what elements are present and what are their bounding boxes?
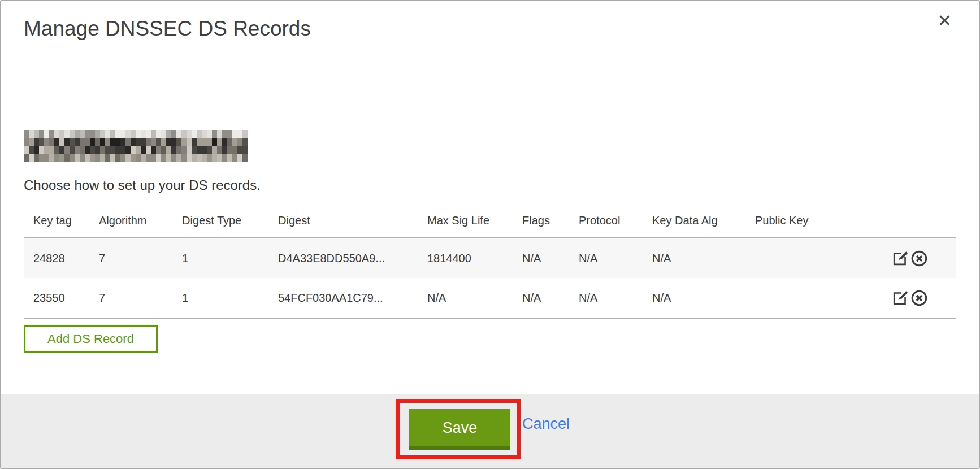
cell-digest: 54FCF030AA1C79... bbox=[278, 292, 427, 305]
cell-max-sig-life: 1814400 bbox=[427, 252, 522, 265]
instruction-text: Choose how to set up your DS records. bbox=[24, 177, 261, 193]
table-body: 24828 7 1 D4A33E8DD550A9... 1814400 N/A … bbox=[24, 237, 956, 319]
table-row: 23550 7 1 54FCF030AA1C79... N/A N/A N/A … bbox=[24, 278, 956, 318]
row-actions bbox=[883, 250, 956, 267]
col-header-max-sig-life: Max Sig Life bbox=[427, 214, 522, 227]
close-icon[interactable]: ✕ bbox=[938, 12, 952, 29]
cell-protocol: N/A bbox=[579, 292, 652, 305]
cell-key-data-alg: N/A bbox=[652, 252, 755, 265]
footer-bar: Save Cancel bbox=[1, 394, 979, 468]
ds-records-table: Key tag Algorithm Digest Type Digest Max… bbox=[24, 205, 956, 319]
row-actions bbox=[883, 289, 956, 307]
cell-digest-type: 1 bbox=[182, 292, 278, 305]
cell-max-sig-life: N/A bbox=[427, 292, 522, 305]
cell-key-tag: 24828 bbox=[24, 252, 99, 265]
delete-record-icon[interactable] bbox=[910, 289, 928, 307]
save-button[interactable]: Save bbox=[409, 409, 510, 450]
cell-flags: N/A bbox=[522, 292, 579, 305]
col-header-key-tag: Key tag bbox=[24, 214, 99, 227]
cell-flags: N/A bbox=[522, 252, 579, 265]
cell-key-data-alg: N/A bbox=[652, 292, 755, 305]
edit-record-icon[interactable] bbox=[891, 289, 909, 307]
cell-key-tag: 23550 bbox=[24, 292, 99, 305]
col-header-protocol: Protocol bbox=[579, 214, 652, 227]
cell-digest-type: 1 bbox=[182, 252, 278, 265]
col-header-public-key: Public Key bbox=[755, 214, 883, 227]
delete-record-icon[interactable] bbox=[910, 250, 928, 267]
cell-digest: D4A33E8DD550A9... bbox=[278, 252, 427, 265]
cell-algorithm: 7 bbox=[99, 252, 182, 265]
col-header-key-data-alg: Key Data Alg bbox=[652, 214, 755, 227]
col-header-digest-type: Digest Type bbox=[182, 214, 278, 227]
edit-record-icon[interactable] bbox=[891, 250, 909, 267]
col-header-algorithm: Algorithm bbox=[99, 214, 182, 227]
add-ds-record-button[interactable]: Add DS Record bbox=[24, 325, 158, 353]
table-row: 24828 7 1 D4A33E8DD550A9... 1814400 N/A … bbox=[24, 238, 956, 278]
cell-algorithm: 7 bbox=[99, 292, 182, 305]
cell-protocol: N/A bbox=[579, 252, 652, 265]
col-header-digest: Digest bbox=[278, 214, 427, 227]
table-header-row: Key tag Algorithm Digest Type Digest Max… bbox=[24, 205, 956, 237]
dnssec-ds-records-dialog: Manage DNSSEC DS Records ✕ Choose how to… bbox=[0, 0, 980, 469]
dialog-title: Manage DNSSEC DS Records bbox=[24, 17, 311, 41]
redacted-domain-name bbox=[24, 130, 248, 162]
cancel-link[interactable]: Cancel bbox=[522, 415, 570, 433]
col-header-flags: Flags bbox=[522, 214, 579, 227]
